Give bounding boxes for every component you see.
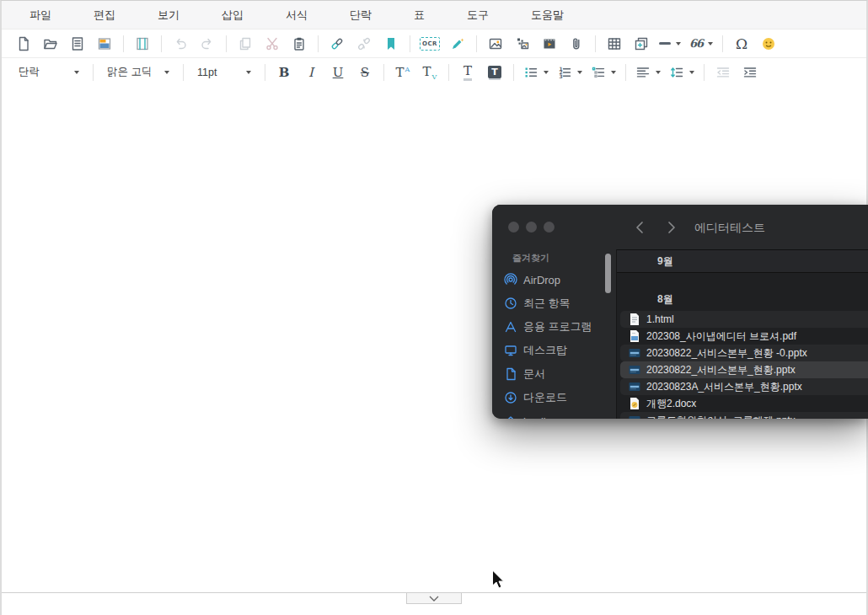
- highlight-color-button[interactable]: T: [484, 62, 506, 83]
- image-effect-button[interactable]: [512, 33, 533, 55]
- subscript-button[interactable]: TV: [419, 62, 441, 83]
- file-row[interactable]: 1.html: [620, 311, 868, 328]
- finder-titlebar: 에디터테스트: [492, 205, 868, 249]
- html-file-icon: [629, 313, 640, 326]
- numbered-list-button[interactable]: 123: [555, 62, 584, 83]
- menu-item-table[interactable]: 표: [403, 1, 436, 29]
- svg-text:3: 3: [560, 72, 563, 78]
- back-button[interactable]: [632, 219, 649, 238]
- file-row[interactable]: 20230822_서비스본부_현황.pptx: [620, 361, 868, 378]
- sidebar-item-home[interactable]: hyujin: [504, 412, 552, 419]
- close-window-button[interactable]: [508, 222, 519, 233]
- bullet-list-button[interactable]: [522, 62, 550, 83]
- ai-edit-button[interactable]: [447, 33, 469, 55]
- indent-button[interactable]: [739, 62, 761, 83]
- file-row[interactable]: 202308_사이냅에디터 브로셔.pdf: [620, 328, 868, 345]
- chevron-down-icon: [429, 596, 439, 602]
- blockquote-button[interactable]: 66: [688, 33, 715, 55]
- zoom-window-button[interactable]: [544, 222, 555, 233]
- superscript-button[interactable]: TA: [392, 62, 414, 83]
- sidebar-item-label: hyujin: [523, 415, 552, 420]
- cut-button[interactable]: [261, 33, 283, 55]
- undo-button[interactable]: [169, 33, 191, 55]
- minimize-window-button[interactable]: [526, 222, 537, 233]
- attachment-button[interactable]: [565, 33, 587, 55]
- bookmark-button[interactable]: [380, 33, 402, 55]
- window-controls: [508, 222, 555, 233]
- pptx-file-icon: [629, 414, 640, 419]
- collapse-toolbar-button[interactable]: [406, 593, 462, 604]
- menu-item-format[interactable]: 서식: [275, 1, 319, 29]
- sidebar-item-documents[interactable]: 문서: [504, 365, 545, 383]
- horizontal-line-button[interactable]: [657, 33, 683, 55]
- emoji-button[interactable]: [758, 33, 780, 55]
- special-character-button[interactable]: Ω: [731, 33, 753, 55]
- new-document-button[interactable]: [13, 33, 35, 55]
- video-icon: [542, 36, 557, 51]
- sidebar-item-label: AirDrop: [523, 274, 560, 286]
- file-row[interactable]: 20230822_서비스본부_현황 -0.pptx: [620, 345, 868, 361]
- file-name: 1.html: [646, 313, 674, 325]
- underline-button[interactable]: U: [327, 62, 349, 83]
- sidebar-item-label: 다운로드: [523, 390, 567, 405]
- dropdown-caret-icon: [74, 71, 79, 74]
- sidebar-item-applications[interactable]: 응용 프로그램: [504, 318, 592, 336]
- toolbar-separator: [123, 35, 124, 52]
- dropdown-caret-icon: [246, 71, 251, 74]
- align-button[interactable]: [634, 62, 662, 83]
- sidebar-item-desktop[interactable]: 데스크탑: [504, 341, 567, 360]
- redo-button[interactable]: [196, 33, 218, 55]
- file-name: 202308_사이냅에디터 브로셔.pdf: [646, 329, 796, 344]
- menu-item-insert[interactable]: 삽입: [211, 1, 255, 29]
- sidebar-item-airdrop[interactable]: AirDrop: [504, 270, 560, 289]
- page-layout-button[interactable]: [94, 33, 115, 55]
- menu-item-tools[interactable]: 도구: [456, 1, 500, 29]
- image-button[interactable]: [485, 33, 506, 55]
- align-icon: [635, 65, 651, 80]
- embed-button[interactable]: [630, 33, 652, 55]
- link-button[interactable]: [326, 33, 348, 55]
- bold-icon: B: [279, 65, 290, 80]
- menu-item-view[interactable]: 보기: [147, 1, 190, 29]
- copy-button[interactable]: [234, 33, 256, 55]
- open-folder-icon: [43, 36, 58, 51]
- font-color-icon: T: [463, 63, 472, 81]
- ocr-button[interactable]: OCR: [418, 33, 442, 55]
- bold-button[interactable]: B: [273, 62, 295, 83]
- ai-pencil-icon: [450, 36, 465, 51]
- table-button[interactable]: [603, 33, 625, 55]
- sidebar-item-downloads[interactable]: 다운로드: [504, 388, 567, 407]
- sidebar-item-recents[interactable]: 최근 항목: [504, 294, 571, 313]
- unlink-button[interactable]: [353, 33, 375, 55]
- docx-file-icon: [629, 397, 640, 410]
- font-color-button[interactable]: T: [457, 62, 479, 83]
- multilevel-list-button[interactable]: [589, 62, 618, 83]
- chevron-right-icon: [662, 219, 679, 236]
- strikethrough-button[interactable]: S: [354, 62, 376, 83]
- menu-item-help[interactable]: 도움말: [520, 1, 575, 29]
- sidebar-scrollbar[interactable]: [605, 254, 611, 293]
- line-spacing-button[interactable]: [667, 62, 696, 83]
- italic-button[interactable]: I: [300, 62, 322, 83]
- import-document-button[interactable]: [67, 33, 88, 55]
- menu-item-edit[interactable]: 편집: [83, 1, 126, 29]
- editing-area-button[interactable]: [131, 33, 153, 55]
- file-row[interactable]: 20230823A_서비스본부_현황.pptx: [620, 378, 868, 395]
- font-size-select[interactable]: 11pt: [191, 62, 257, 83]
- paste-button[interactable]: [288, 33, 310, 55]
- collage-icon: [515, 36, 530, 51]
- outdent-button[interactable]: [712, 62, 734, 83]
- font-size-select-value: 11pt: [197, 67, 217, 78]
- open-document-button[interactable]: [40, 33, 62, 55]
- forward-button[interactable]: [662, 219, 679, 238]
- file-row[interactable]: 개행2.docx: [620, 395, 868, 412]
- menu-item-file[interactable]: 파일: [19, 1, 62, 29]
- video-button[interactable]: [538, 33, 560, 55]
- font-family-select[interactable]: 맑은 고딕: [101, 62, 175, 83]
- frame-icon: [135, 36, 150, 51]
- dropdown-caret-icon: [708, 42, 713, 45]
- hr-icon: [659, 42, 671, 45]
- paragraph-style-select[interactable]: 단락: [13, 62, 85, 83]
- menu-item-paragraph[interactable]: 단락: [339, 1, 383, 29]
- file-row[interactable]: 그룹도형위치이상_그룹해제.pptx: [620, 412, 868, 419]
